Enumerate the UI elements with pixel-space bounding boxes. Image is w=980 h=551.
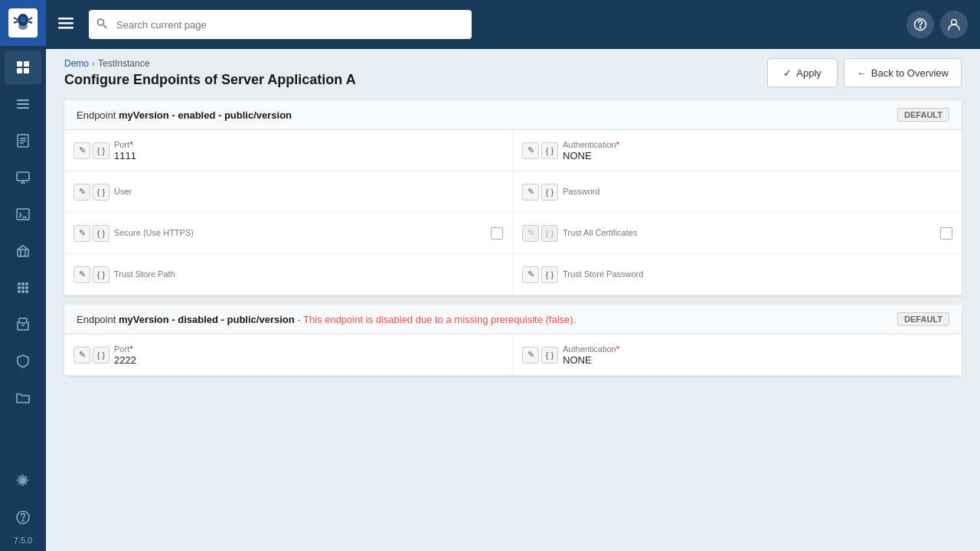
- sidebar: 7.5.0: [0, 0, 46, 551]
- page-title: Configure Endpoints of Server Applicatio…: [64, 72, 356, 88]
- edit-auth-1-button[interactable]: ✎: [522, 142, 539, 159]
- field-label-secure-1: Secure (Use HTTPS): [114, 228, 486, 237]
- field-content-trustpath-1: Trust Store Path: [114, 269, 503, 279]
- sidebar-item-help[interactable]: [5, 500, 41, 534]
- field-label-auth-2: Authentication*: [563, 344, 952, 354]
- field-content-password-1: Password: [563, 187, 952, 197]
- svg-rect-39: [58, 18, 74, 20]
- svg-rect-7: [17, 61, 22, 67]
- required-indicator-2: *: [129, 344, 132, 354]
- fields-grid-1: ✎ { } Port* 1111 ✎ { } Authenticati: [64, 130, 962, 295]
- trustall-checkbox-1[interactable]: [940, 227, 952, 240]
- script-auth-1-button[interactable]: { }: [541, 142, 558, 159]
- field-user-1: ✎ { } User: [64, 171, 513, 213]
- field-icons-trustall-1: ✎ { }: [522, 225, 558, 242]
- field-icons-user-1: ✎ { }: [74, 184, 109, 201]
- field-icons-password-1: ✎ { }: [522, 184, 558, 201]
- svg-rect-13: [17, 107, 29, 109]
- field-label-password-1: Password: [563, 187, 952, 196]
- edit-password-1-button[interactable]: ✎: [522, 184, 539, 201]
- script-user-1-button[interactable]: { }: [93, 184, 109, 201]
- svg-rect-11: [17, 99, 29, 101]
- svg-point-38: [22, 520, 24, 521]
- topbar-actions: [906, 11, 968, 38]
- script-port-2-button[interactable]: { }: [93, 347, 109, 364]
- sidebar-item-list[interactable]: [5, 87, 41, 121]
- svg-point-30: [21, 286, 24, 289]
- script-auth-2-button[interactable]: { }: [541, 347, 558, 364]
- edit-trustpath-1-button[interactable]: ✎: [74, 266, 90, 283]
- script-password-1-button[interactable]: { }: [541, 184, 558, 201]
- required-indicator: *: [616, 140, 619, 149]
- endpoint-badge-1: DEFAULT: [897, 108, 949, 122]
- page-header: Demo › TestInstance Configure Endpoints …: [46, 49, 980, 94]
- svg-rect-18: [17, 172, 29, 181]
- field-content-trustpass-1: Trust Store Password: [563, 269, 952, 279]
- field-label-port-1: Port*: [114, 140, 503, 149]
- sidebar-item-terminal[interactable]: [5, 197, 41, 231]
- svg-point-34: [25, 290, 28, 293]
- edit-secure-1-button[interactable]: ✎: [74, 225, 90, 242]
- svg-rect-8: [24, 61, 29, 67]
- help-button[interactable]: [906, 11, 934, 38]
- search-container: [89, 10, 472, 39]
- required-indicator: *: [129, 140, 132, 149]
- sidebar-item-security[interactable]: [5, 344, 41, 378]
- svg-point-42: [98, 19, 104, 25]
- field-value-auth-2: NONE: [563, 354, 952, 366]
- script-trustall-1-button[interactable]: { }: [541, 225, 558, 242]
- logo-image: [8, 8, 38, 37]
- sidebar-item-settings[interactable]: [5, 464, 41, 497]
- svg-point-33: [21, 290, 24, 293]
- svg-point-29: [18, 286, 21, 289]
- svg-point-6: [18, 22, 28, 30]
- edit-trustall-1-button[interactable]: ✎: [522, 225, 539, 242]
- sidebar-item-monitor[interactable]: [5, 161, 41, 194]
- title-section: Demo › TestInstance Configure Endpoints …: [64, 58, 356, 88]
- edit-port-2-button[interactable]: ✎: [74, 347, 90, 364]
- script-trustpath-1-button[interactable]: { }: [93, 266, 109, 283]
- required-indicator-auth-2: *: [616, 344, 619, 354]
- back-button[interactable]: ← Back to Overview: [844, 58, 962, 87]
- script-trustpass-1-button[interactable]: { }: [541, 266, 558, 283]
- field-icons-trustpass-1: ✎ { }: [522, 266, 558, 283]
- field-icons-auth-1: ✎ { }: [522, 142, 558, 159]
- edit-port-1-button[interactable]: ✎: [74, 142, 90, 159]
- sidebar-item-packages[interactable]: [5, 234, 41, 268]
- topbar: [46, 0, 980, 49]
- back-arrow-icon: ←: [857, 67, 867, 79]
- script-port-1-button[interactable]: { }: [93, 142, 109, 159]
- svg-point-45: [920, 27, 921, 28]
- svg-rect-41: [58, 27, 74, 29]
- edit-auth-2-button[interactable]: ✎: [522, 347, 539, 364]
- app-version: 7.5.0: [14, 536, 32, 551]
- edit-user-1-button[interactable]: ✎: [74, 184, 90, 201]
- field-label-trustpass-1: Trust Store Password: [563, 269, 952, 279]
- sidebar-item-repo[interactable]: [5, 308, 41, 341]
- apply-button[interactable]: ✓ Apply: [767, 58, 838, 87]
- sidebar-item-tasks[interactable]: [5, 124, 41, 158]
- field-auth-2: ✎ { } Authentication* NONE: [513, 334, 962, 376]
- sidebar-item-dashboard[interactable]: [5, 51, 41, 84]
- field-icons-port-2: ✎ { }: [74, 347, 109, 364]
- breadcrumb-parent[interactable]: Demo: [64, 58, 89, 69]
- menu-toggle[interactable]: [58, 15, 74, 34]
- secure-checkbox-1[interactable]: [491, 227, 503, 240]
- field-icons-auth-2: ✎ { }: [522, 347, 558, 364]
- field-content-port-2: Port* 2222: [114, 344, 503, 366]
- main-area: Demo › TestInstance Configure Endpoints …: [46, 0, 980, 551]
- search-input[interactable]: [89, 10, 472, 39]
- svg-rect-9: [17, 68, 22, 73]
- field-label-auth-1: Authentication*: [563, 140, 952, 149]
- svg-rect-21: [17, 209, 29, 220]
- field-label-trustall-1: Trust All Certificates: [563, 228, 936, 237]
- script-secure-1-button[interactable]: { }: [93, 225, 109, 242]
- svg-rect-23: [18, 249, 28, 256]
- field-port-2: ✎ { } Port* 2222: [64, 334, 513, 376]
- back-label: Back to Overview: [871, 67, 949, 79]
- user-button[interactable]: [940, 11, 968, 38]
- sidebar-item-apps[interactable]: [5, 271, 41, 305]
- svg-line-4: [14, 21, 18, 23]
- sidebar-item-folder[interactable]: [5, 381, 41, 415]
- edit-trustpass-1-button[interactable]: ✎: [522, 266, 539, 283]
